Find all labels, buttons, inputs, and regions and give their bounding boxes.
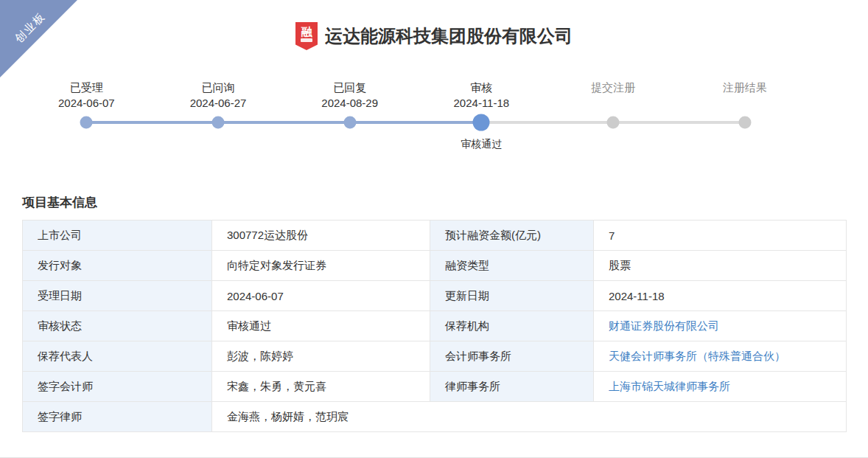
info-label: 签字律师: [23, 402, 212, 432]
info-label: 发行对象: [23, 251, 212, 281]
timeline-step-accepted: 已受理 2024-06-07: [21, 80, 153, 151]
step-date: 2024-08-29: [284, 95, 416, 111]
info-label: 更新日期: [430, 281, 594, 311]
info-label: 融资类型: [430, 251, 594, 281]
step-label: 已问询: [153, 80, 284, 95]
project-info-table: 上市公司 300772运达股份 预计融资金额(亿元) 7 发行对象 向特定对象发…: [22, 220, 847, 432]
financing-badge-subtext: [301, 38, 312, 42]
timeline-segment: [350, 121, 416, 124]
page-title: 运达能源科技集团股份有限公司: [325, 24, 573, 48]
info-label: 审核状态: [23, 311, 212, 341]
info-label: 保荐机构: [430, 311, 594, 341]
info-label: 预计融资金额(亿元): [430, 221, 594, 251]
timeline-step-registration-result: 注册结果: [679, 80, 811, 151]
financing-badge-icon: 融: [295, 22, 318, 50]
step-label: 注册结果: [679, 80, 811, 95]
timeline-segment: [547, 121, 613, 124]
info-value: 宋鑫，朱勇，黄元喜: [212, 372, 430, 402]
timeline-step-submit-registration: 提交注册: [547, 80, 679, 151]
table-row: 签字会计师 宋鑫，朱勇，黄元喜 律师事务所 上海市锦天城律师事务所: [23, 372, 847, 402]
info-value: 300772运达股份: [212, 221, 430, 251]
timeline-step-replied: 已回复 2024-08-29: [284, 80, 416, 151]
section-title-basic-info: 项目基本信息: [22, 194, 868, 211]
info-label: 上市公司: [23, 221, 212, 251]
step-label: 提交注册: [547, 80, 679, 95]
step-dot: [738, 117, 751, 129]
table-row: 发行对象 向特定对象发行证券 融资类型 股票: [23, 251, 847, 281]
table-row: 保荐代表人 彭波，陈婷婷 会计师事务所 天健会计师事务所（特殊普通合伙）: [23, 341, 847, 372]
sponsor-org-link[interactable]: 财通证券股份有限公司: [609, 319, 719, 332]
step-label: 已受理: [21, 80, 153, 95]
timeline-segment: [284, 121, 349, 124]
info-value: 股票: [594, 251, 847, 281]
info-label: 保荐代表人: [23, 341, 212, 372]
timeline-segment: [416, 121, 481, 124]
page: 创业板 融 运达能源科技集团股份有限公司 已受理 2024-06-07 已问询 …: [0, 0, 868, 458]
step-dot: [212, 117, 225, 129]
timeline-step-inquired: 已问询 2024-06-27: [153, 80, 284, 151]
table-row: 审核状态 审核通过 保荐机构 财通证券股份有限公司: [23, 311, 847, 341]
table-row: 签字律师 金海燕，杨妍婧，范玥宸: [23, 402, 847, 432]
info-value: 7: [594, 221, 847, 251]
timeline-segment: [679, 121, 744, 124]
progress-timeline: 已受理 2024-06-07 已问询 2024-06-27 已回复 2024-0…: [21, 80, 811, 151]
financing-badge-char: 融: [301, 26, 312, 37]
step-dot: [343, 117, 356, 129]
review-result-label: 审核通过: [416, 138, 547, 151]
step-label: 已回复: [284, 80, 416, 95]
info-label: 律师事务所: [430, 372, 594, 402]
step-date: [679, 95, 811, 111]
step-dot: [80, 117, 93, 129]
info-value: 彭波，陈婷婷: [212, 341, 430, 372]
info-value: 2024-06-07: [212, 281, 430, 311]
info-value: 2024-11-18: [594, 281, 847, 311]
timeline-segment: [153, 121, 218, 124]
table-row: 受理日期 2024-06-07 更新日期 2024-11-18: [23, 281, 847, 311]
step-date: 2024-06-27: [153, 95, 284, 111]
step-label: 审核: [416, 80, 547, 95]
info-value: 金海燕，杨妍婧，范玥宸: [212, 402, 847, 432]
info-value: 审核通过: [212, 311, 430, 341]
step-date: [547, 95, 679, 111]
law-firm-link[interactable]: 上海市锦天城律师事务所: [609, 380, 730, 392]
table-row: 上市公司 300772运达股份 预计融资金额(亿元) 7: [23, 221, 847, 251]
timeline-segment: [481, 121, 547, 124]
timeline-segment: [86, 121, 152, 124]
info-label: 签字会计师: [23, 372, 212, 402]
step-dot-active: [473, 114, 490, 131]
step-date: 2024-11-18: [416, 95, 547, 111]
accounting-firm-link[interactable]: 天健会计师事务所（特殊普通合伙）: [609, 350, 785, 362]
info-value: 向特定对象发行证券: [212, 251, 430, 281]
timeline-segment: [218, 121, 284, 124]
timeline-step-review: 审核 2024-11-18 审核通过: [416, 80, 547, 151]
info-label: 受理日期: [23, 281, 212, 311]
info-label: 会计师事务所: [430, 341, 594, 372]
step-date: 2024-06-07: [21, 95, 153, 111]
step-dot: [607, 117, 620, 129]
timeline-segment: [613, 121, 679, 124]
page-header: 融 运达能源科技集团股份有限公司: [0, 0, 868, 50]
